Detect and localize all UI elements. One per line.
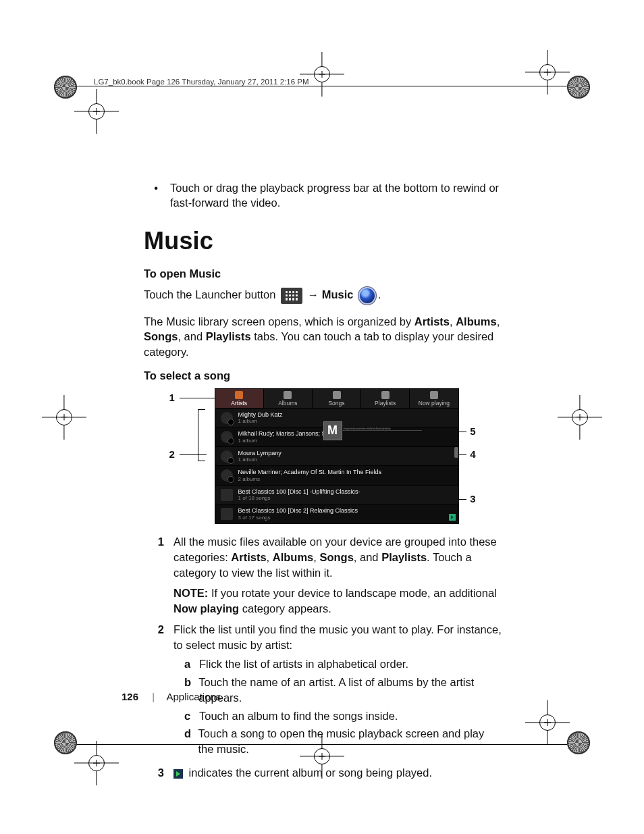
screenshot: 1 2 5 4 3 Artists Albums Songs Playlists…	[188, 389, 458, 523]
callout-1: 1	[169, 392, 175, 403]
reg-target-icon	[54, 407, 74, 427]
tab-albums[interactable]: Albums	[264, 389, 313, 408]
sub-letter: d	[184, 726, 193, 757]
arrow-right-icon: →	[308, 288, 319, 301]
t: Songs	[319, 551, 353, 563]
t: Flick the list until you find the music …	[173, 623, 502, 651]
step-1: 1 All the music files available on your …	[144, 534, 502, 617]
fastscroll-letter: M	[323, 421, 342, 440]
footer: 126 | Applications	[122, 691, 221, 702]
reg-star-icon	[54, 76, 77, 99]
reg-star-icon	[54, 731, 77, 754]
content-column: LG7_bk0.book Page 126 Thursday, January …	[144, 78, 502, 786]
numbered-list: 1 All the music files available on your …	[144, 534, 502, 781]
row-title: Best Classics 100 [Disc 1] -Uplifting Cl…	[238, 488, 360, 495]
callout-number: 1	[169, 392, 175, 403]
artist-art-icon	[221, 431, 233, 443]
play-indicator-icon	[173, 769, 183, 779]
callout-number: 4	[470, 448, 475, 460]
artist-art-icon	[221, 412, 233, 424]
t: , and	[354, 551, 381, 563]
bullet-dot-icon: •	[144, 180, 158, 211]
list-item[interactable]: Best Classics 100 [Disc 2] Relaxing Clas…	[215, 504, 458, 523]
reg-target-icon	[537, 712, 558, 733]
tab-playlists[interactable]: Playlists	[361, 389, 410, 408]
library-paragraph: The Music library screen opens, which is…	[144, 314, 502, 360]
list-item[interactable]: Neville Marriner; Academy Of St. Martin …	[215, 465, 458, 485]
step-3: 3 indicates the current album or song be…	[144, 765, 502, 781]
step-number: 3	[144, 765, 164, 781]
row-sub: 1 of 18 songs	[238, 495, 360, 501]
callout-number: 5	[470, 425, 475, 437]
reg-target-icon	[86, 753, 107, 773]
t: ,	[267, 551, 273, 563]
tab-now-playing[interactable]: Now playing	[410, 389, 458, 408]
tab-nowplaying-icon	[430, 391, 438, 399]
t: Playlists	[381, 551, 427, 563]
row-sub: 2 albums	[238, 476, 381, 482]
sub-d: dTouch a song to open the music playback…	[184, 726, 502, 757]
music-label: Music	[322, 288, 354, 301]
note: NOTE: If you rotate your device to lands…	[173, 585, 502, 617]
tab-label: Playlists	[375, 400, 396, 407]
sub-steps: aFlick the list of artists in alphabetic…	[184, 656, 502, 757]
t: indicates the current album or song bein…	[186, 766, 432, 779]
launcher-icon	[281, 288, 302, 304]
lib-artists: Artists	[414, 315, 450, 328]
reg-target-icon	[537, 62, 558, 82]
tab-songs-icon	[333, 391, 341, 399]
row-sub: 3 of 17 songs	[238, 515, 358, 521]
list-item[interactable]: Best Classics 100 [Disc 1] -Uplifting Cl…	[215, 485, 458, 504]
row-title: Best Classics 100 [Disc 2] Relaxing Clas…	[238, 507, 358, 514]
phone-mock: Artists Albums Songs Playlists Now playi…	[215, 389, 458, 523]
footer-separator: |	[152, 691, 155, 702]
reg-target-icon	[86, 101, 107, 122]
t: Now playing	[173, 602, 239, 615]
row-title: Moura Lympany	[238, 450, 281, 457]
sub-letter: a	[184, 656, 194, 672]
open-music-line: Touch the Launcher button → Music .	[144, 287, 502, 305]
artist-art-icon	[221, 450, 233, 463]
row-title: Neville Marriner; Academy Of St. Martin …	[238, 469, 381, 475]
t: Albums	[273, 551, 314, 563]
callout-number: 3	[470, 493, 475, 504]
tab-artists[interactable]: Artists	[215, 389, 264, 408]
now-playing-indicator-icon	[449, 514, 456, 521]
tab-label: Albums	[278, 400, 297, 407]
artist-art-icon	[221, 469, 233, 481]
tab-songs[interactable]: Songs	[313, 389, 361, 408]
tab-bar: Artists Albums Songs Playlists Now playi…	[215, 389, 458, 408]
tab-label: Artists	[231, 400, 247, 407]
sub-c: cTouch an album to find the songs inside…	[184, 708, 502, 724]
open-line-pre: Touch the Launcher button	[144, 288, 275, 301]
overlay-name: harmonic Orchestra	[344, 425, 391, 432]
heading-music: Music	[144, 227, 502, 255]
page: LG7_bk0.book Page 126 Thursday, January …	[0, 0, 644, 834]
tab-label: Songs	[328, 400, 344, 407]
row-sub: 1 album	[238, 418, 283, 424]
running-head: LG7_bk0.book Page 126 Thursday, January …	[94, 78, 502, 86]
lib-playlists: Playlists	[206, 330, 251, 342]
list-item[interactable]: Moura Lympany1 album	[215, 446, 458, 466]
heading-select-song: To select a song	[144, 369, 502, 382]
row-sub: 1 album	[238, 457, 281, 463]
sub-a: aFlick the list of artists in alphabetic…	[184, 656, 502, 672]
callout-bracket	[198, 409, 205, 461]
t: Flick the list of artists in alphabetica…	[199, 656, 408, 672]
lib-songs: Songs	[144, 330, 178, 342]
reg-star-icon	[567, 76, 590, 99]
t: Touch an album to find the songs inside.	[199, 708, 398, 724]
row-title: Mighty Dub Katz	[238, 411, 283, 418]
tab-artists-icon	[235, 391, 243, 399]
music-app-icon	[358, 287, 376, 305]
reg-target-icon	[570, 407, 590, 427]
page-number: 126	[122, 691, 138, 702]
lib-pre: The Music library screen opens, which is…	[144, 315, 414, 328]
callout-2: 2	[169, 448, 175, 460]
callout-5: 5	[470, 425, 475, 437]
callout-4: 4	[470, 448, 475, 460]
t: Artists	[231, 551, 266, 563]
scrollbar-thumb[interactable]	[454, 447, 458, 458]
album-art-icon	[221, 508, 233, 520]
tab-albums-icon	[284, 391, 292, 399]
